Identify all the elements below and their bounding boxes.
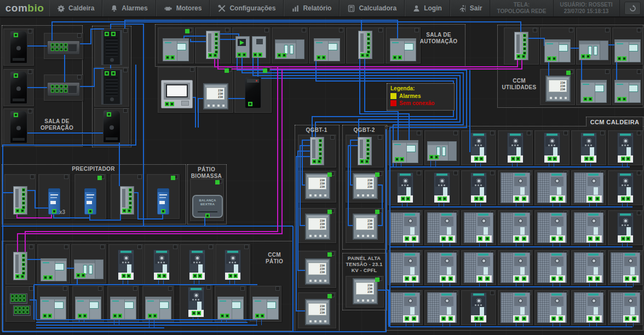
device-drive[interactable] xyxy=(188,287,204,317)
device-drive[interactable] xyxy=(617,212,634,243)
device-plc[interactable] xyxy=(217,297,244,320)
device-drive-big[interactable] xyxy=(537,292,567,323)
device-plc-rack[interactable] xyxy=(74,259,104,279)
device-server[interactable] xyxy=(101,30,122,65)
device-drive-big[interactable] xyxy=(501,252,530,283)
device-plc[interactable] xyxy=(390,38,416,61)
device-plc[interactable] xyxy=(110,297,136,320)
toolbar-button-login[interactable]: Login xyxy=(405,0,450,16)
device-drive-big[interactable] xyxy=(390,252,420,283)
device-plc[interactable] xyxy=(40,297,66,320)
device-drive[interactable] xyxy=(118,250,134,280)
device-plc-rack[interactable] xyxy=(427,141,457,161)
device-drive-big[interactable] xyxy=(427,212,457,243)
device-drive-big[interactable] xyxy=(501,292,530,323)
device-drive-big[interactable] xyxy=(537,252,567,283)
device-plc-rack[interactable] xyxy=(275,39,304,59)
device-drive-big[interactable] xyxy=(574,292,603,323)
device-drive[interactable] xyxy=(617,172,634,203)
device-tower[interactable] xyxy=(10,111,27,143)
device-blue[interactable] xyxy=(157,188,169,215)
device-switch-v[interactable] xyxy=(206,31,220,59)
device-drive[interactable] xyxy=(189,250,205,280)
device-balance[interactable]: BALANÇABEXTRA xyxy=(192,195,223,218)
cell-pin xyxy=(490,291,495,295)
device-plc[interactable] xyxy=(75,297,101,320)
device-drive-big[interactable] xyxy=(501,212,530,243)
device-meter[interactable]: 230230230 xyxy=(305,258,330,285)
device-drive-big[interactable] xyxy=(574,252,603,283)
device-drive[interactable] xyxy=(470,292,487,323)
device-drive-big[interactable] xyxy=(574,212,603,243)
toolbar-button-calculadora[interactable]: Calculadora xyxy=(340,0,405,16)
device-tower[interactable] xyxy=(10,71,27,104)
device-drive[interactable] xyxy=(225,250,241,280)
device-hmi[interactable] xyxy=(161,80,193,108)
toolbar-button-configuracoes[interactable]: Configurações xyxy=(210,0,284,16)
device-drive-big[interactable] xyxy=(611,292,640,323)
device-drive[interactable] xyxy=(397,172,413,203)
device-drive[interactable] xyxy=(617,132,634,163)
device-plc[interactable] xyxy=(252,297,279,320)
device-drive[interactable] xyxy=(507,132,524,163)
device-tower[interactable] xyxy=(103,110,120,143)
device-plc[interactable] xyxy=(580,80,607,103)
device-blue[interactable] xyxy=(48,188,60,215)
device-meter[interactable]: 230230230 xyxy=(203,83,228,109)
device-server[interactable] xyxy=(101,70,122,105)
device-plc[interactable] xyxy=(145,297,171,320)
device-drive[interactable] xyxy=(434,172,450,203)
device-meter[interactable]: 230230230 xyxy=(353,278,378,304)
device-drive[interactable] xyxy=(470,132,487,163)
device-drive-big[interactable] xyxy=(390,292,420,323)
device-plc[interactable] xyxy=(544,39,571,62)
device-switch-v[interactable] xyxy=(358,31,372,59)
device-drive[interactable] xyxy=(544,132,560,163)
device-drive-big[interactable] xyxy=(537,172,567,203)
device-drive-big[interactable] xyxy=(390,212,420,243)
device-drive-big[interactable] xyxy=(427,252,457,283)
device-drive-big[interactable] xyxy=(537,212,567,243)
refresh-button[interactable] xyxy=(624,2,641,15)
device-switch-v[interactable] xyxy=(13,252,27,280)
device-plc[interactable] xyxy=(41,258,67,281)
device-ups[interactable] xyxy=(245,77,261,108)
device-meter[interactable]: 230230230 xyxy=(305,213,330,240)
toolbar-button-caldeira[interactable]: Caldeira xyxy=(49,0,102,16)
device-switch-v[interactable] xyxy=(358,137,372,165)
device-drive-big[interactable] xyxy=(574,172,603,203)
toolbar-button-alarmes[interactable]: Alarmes xyxy=(102,0,156,16)
device-plc[interactable] xyxy=(614,80,641,103)
device-tower[interactable] xyxy=(10,31,27,63)
device-drive[interactable] xyxy=(580,132,597,163)
device-plc[interactable] xyxy=(614,39,641,62)
toolbar-button-relatorio[interactable]: Relatório xyxy=(284,0,340,16)
device-switch-v[interactable] xyxy=(13,186,27,215)
device-plc-rack[interactable] xyxy=(579,41,608,60)
device-switch-v[interactable] xyxy=(120,186,134,215)
device-drive-big[interactable] xyxy=(427,292,457,323)
device-switch-v[interactable] xyxy=(514,32,528,60)
device-plc[interactable] xyxy=(314,38,340,61)
device-switch-h[interactable] xyxy=(47,82,80,96)
device-switch-cluster[interactable] xyxy=(10,292,30,316)
device-drive-big[interactable] xyxy=(611,252,640,283)
device-meter[interactable]: 230230230 xyxy=(353,213,378,240)
toolbar-button-motores[interactable]: Motores xyxy=(156,0,210,16)
device-drive-big[interactable] xyxy=(464,252,493,283)
device-plc[interactable] xyxy=(163,38,189,61)
device-drive[interactable] xyxy=(470,172,487,203)
device-meter[interactable]: 230230230 xyxy=(305,299,330,325)
device-switch-v[interactable] xyxy=(310,137,324,165)
device-plc[interactable] xyxy=(392,140,418,163)
device-blue[interactable] xyxy=(84,188,96,215)
device-switch-h[interactable] xyxy=(47,41,80,55)
device-drive-big[interactable] xyxy=(464,212,493,243)
device-meter[interactable]: 230230230 xyxy=(545,76,571,102)
device-drive-big[interactable] xyxy=(501,172,530,203)
device-drive[interactable] xyxy=(153,250,170,280)
device-plc-dual[interactable] xyxy=(235,36,266,58)
device-meter[interactable]: 230230230 xyxy=(353,173,378,199)
toolbar-button-sair[interactable]: Sair xyxy=(450,0,491,16)
device-meter[interactable]: 230230230 xyxy=(305,173,330,199)
